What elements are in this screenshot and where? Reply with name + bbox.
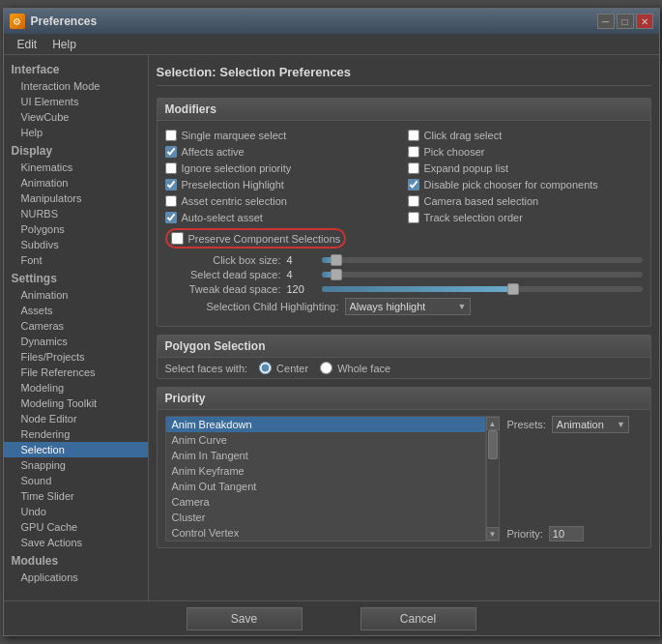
presets-row: Presets: Animation Modeling Rigging ▼	[507, 416, 643, 433]
sidebar-item-time-slider[interactable]: Time Slider	[4, 488, 148, 504]
radio-center-input[interactable]	[259, 362, 272, 374]
checkbox-ignore-priority: Ignore selection priority	[165, 161, 400, 175]
sidebar-item-sound[interactable]: Sound	[4, 473, 148, 488]
close-button[interactable]: ✕	[636, 14, 653, 29]
sidebar-item-ui-elements[interactable]: UI Elements	[4, 94, 148, 109]
list-item-anim-keyframe[interactable]: Anim Keyframe	[166, 463, 485, 479]
page-title: Selection: Selection Preferences	[157, 63, 651, 86]
cancel-button[interactable]: Cancel	[360, 607, 476, 630]
menu-edit[interactable]: Edit	[10, 36, 45, 53]
priority-list-wrap: Anim Breakdown Anim Curve Anim In Tangen…	[165, 416, 500, 542]
sidebar-item-dynamics[interactable]: Dynamics	[4, 334, 148, 349]
slider-dead-space: Select dead space: 4	[165, 269, 643, 280]
sidebar-item-nurbs[interactable]: NURBS	[4, 206, 148, 221]
slider-clickbox-label: Click box size:	[165, 254, 281, 266]
checkbox-affects-active-input[interactable]	[165, 146, 177, 158]
checkbox-ignore-priority-input[interactable]	[165, 162, 177, 174]
checkbox-click-drag-input[interactable]	[408, 130, 419, 141]
checkbox-asset-centric-input[interactable]	[165, 195, 177, 207]
checkbox-pick-chooser-input[interactable]	[408, 146, 419, 158]
list-item-curve-on-surface[interactable]: Curve On Surface	[166, 541, 485, 542]
sidebar-item-files-projects[interactable]: Files/Projects	[4, 349, 148, 365]
minimize-button[interactable]: ─	[597, 14, 615, 29]
sidebar-item-file-references[interactable]: File References	[4, 365, 148, 380]
sidebar-item-rendering[interactable]: Rendering	[4, 426, 148, 442]
checkbox-expand-popup-input[interactable]	[408, 162, 419, 174]
list-item-anim-out-tangent[interactable]: Anim Out Tangent	[166, 479, 485, 494]
scroll-up-btn[interactable]: ▲	[486, 417, 500, 430]
checkbox-pick-chooser-label: Pick chooser	[424, 146, 485, 158]
checkbox-camera-based-label: Camera based selection	[424, 195, 539, 207]
presets-dropdown-wrap: Animation Modeling Rigging ▼	[552, 416, 629, 433]
sidebar-item-help[interactable]: Help	[4, 125, 148, 140]
sidebar-item-kinematics[interactable]: Kinematics	[4, 160, 148, 175]
sidebar-item-snapping[interactable]: Snapping	[4, 457, 148, 473]
checkbox-asset-centric-label: Asset centric selection	[182, 195, 287, 207]
priority-input[interactable]	[549, 526, 584, 542]
modifiers-header: Modifiers	[158, 99, 650, 121]
list-item-cluster[interactable]: Cluster	[166, 510, 485, 525]
checkbox-track-selection-label: Track selection order	[424, 212, 523, 223]
slider-tweak-track[interactable]	[322, 286, 643, 292]
slider-dead-space-track[interactable]	[322, 272, 643, 278]
sidebar-item-anim[interactable]: Animation	[4, 287, 148, 303]
presets-dropdown[interactable]: Animation Modeling Rigging	[552, 416, 629, 433]
slider-tweak: Tweak dead space: 120	[165, 283, 643, 295]
presets-label: Presets:	[507, 419, 546, 430]
sidebar-item-modeling[interactable]: Modeling	[4, 380, 148, 395]
checkbox-disable-pick: Disable pick chooser for components	[408, 178, 643, 191]
slider-dead-space-label: Select dead space:	[165, 269, 281, 280]
checkbox-disable-pick-input[interactable]	[408, 179, 419, 190]
sidebar-item-viewcube[interactable]: ViewCube	[4, 109, 148, 125]
list-item-control-vertex[interactable]: Control Vertex	[166, 525, 485, 541]
sidebar-item-interaction-mode[interactable]: Interaction Mode	[4, 78, 148, 94]
priority-list-scrollbar[interactable]: ▲ ▼	[486, 416, 500, 542]
sidebar-item-node-editor[interactable]: Node Editor	[4, 411, 148, 426]
polygon-faces-label: Select faces with:	[165, 363, 248, 374]
modifiers-section: Modifiers Single marquee select Click dr…	[157, 98, 651, 327]
highlight-label: Selection Child Highlighting:	[165, 301, 339, 312]
checkbox-preserve-input[interactable]	[171, 232, 184, 245]
list-item-anim-in-tangent[interactable]: Anim In Tangent	[166, 448, 485, 463]
sidebar-item-manipulators[interactable]: Manipulators	[4, 190, 148, 206]
sidebar-item-cameras[interactable]: Cameras	[4, 318, 148, 334]
checkbox-preselection-input[interactable]	[165, 179, 177, 190]
checkbox-preselection: Preselection Highlight	[165, 178, 400, 191]
list-item-anim-breakdown[interactable]: Anim Breakdown	[166, 417, 485, 432]
sidebar-item-font[interactable]: Font	[4, 252, 148, 268]
sidebar-item-modeling-toolkit[interactable]: Modeling Toolkit	[4, 395, 148, 411]
checkbox-auto-select-input[interactable]	[165, 212, 177, 223]
slider-clickbox-track[interactable]	[322, 257, 643, 263]
checkbox-camera-based-input[interactable]	[408, 195, 419, 207]
list-item-camera[interactable]: Camera	[166, 494, 485, 510]
list-scroll-wrap: Anim Breakdown Anim Curve Anim In Tangen…	[165, 416, 500, 542]
checkbox-disable-pick-label: Disable pick chooser for components	[424, 179, 598, 190]
polygon-selection-header: Polygon Selection	[158, 336, 650, 358]
sidebar-item-applications[interactable]: Applications	[4, 570, 148, 585]
priority-val-row: Priority:	[507, 526, 643, 542]
list-item-anim-curve[interactable]: Anim Curve	[166, 432, 485, 448]
maximize-button[interactable]: □	[617, 14, 634, 29]
sidebar-item-polygons[interactable]: Polygons	[4, 221, 148, 237]
checkbox-track-selection-input[interactable]	[408, 212, 419, 223]
sliders-group: Click box size: 4 Select dead space: 4	[165, 254, 643, 295]
scroll-down-btn[interactable]: ▼	[486, 527, 500, 541]
highlight-row: Selection Child Highlighting: Always hig…	[165, 298, 643, 315]
sidebar-item-assets[interactable]: Assets	[4, 303, 148, 318]
sidebar-item-subdivs[interactable]: Subdivs	[4, 237, 148, 252]
sidebar-item-animation[interactable]: Animation	[4, 175, 148, 190]
menu-bar: Edit Help	[4, 34, 659, 55]
scroll-thumb[interactable]	[488, 430, 498, 459]
sidebar-item-undo[interactable]: Undo	[4, 504, 148, 519]
checkbox-single-marquee-input[interactable]	[165, 130, 177, 141]
radio-whole-face-input[interactable]	[320, 362, 332, 374]
bottom-bar: Save Cancel	[4, 600, 659, 635]
sidebar-item-selection[interactable]: Selection	[4, 442, 148, 457]
sidebar-item-save-actions[interactable]: Save Actions	[4, 535, 148, 550]
save-button[interactable]: Save	[187, 607, 302, 630]
radio-whole-face-label: Whole face	[337, 363, 390, 374]
slider-dead-space-value: 4	[287, 269, 316, 280]
sidebar-item-gpu-cache[interactable]: GPU Cache	[4, 519, 148, 535]
menu-help[interactable]: Help	[44, 36, 84, 53]
highlight-dropdown[interactable]: Always highlight Never highlight When pa…	[345, 298, 471, 315]
